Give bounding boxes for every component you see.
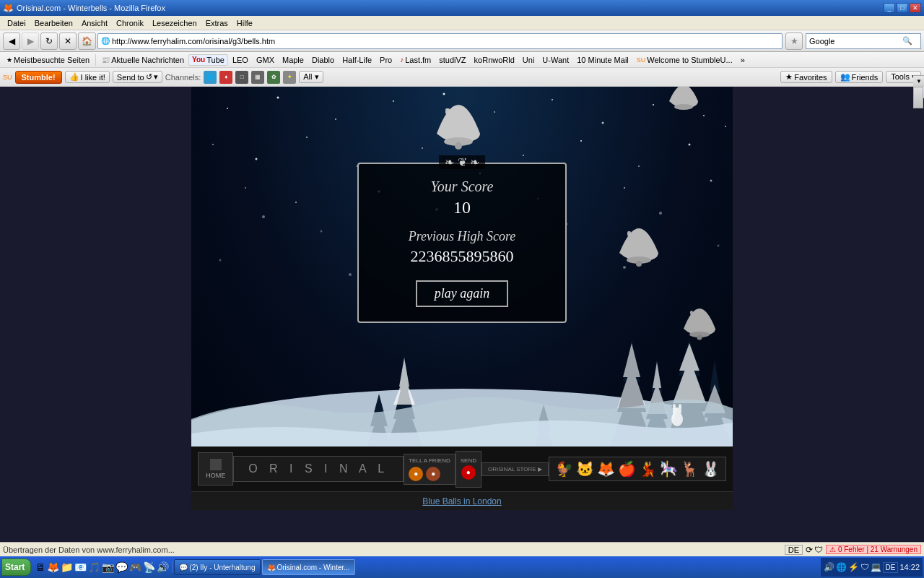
menu-hilfe[interactable]: Hilfe <box>232 17 257 29</box>
ilike-button[interactable]: 👍 I like it! <box>65 71 110 83</box>
channel-icon-5[interactable]: ✿ <box>267 71 280 84</box>
bookmark-gmx[interactable]: GMX <box>253 54 278 66</box>
ql-icon10[interactable]: 🔊 <box>157 561 169 573</box>
tray-icon-1[interactable]: 🔊 <box>824 562 834 572</box>
bookmark-diablo[interactable]: Diablo <box>308 54 338 66</box>
tray-icon-3[interactable]: ⚡ <box>848 562 859 572</box>
friends-button[interactable]: 👥 Friends <box>835 71 884 83</box>
ql-icon8[interactable]: 🎮 <box>129 561 141 573</box>
footer-logo: O R I S I N A L <box>233 456 404 482</box>
scroll-thumb[interactable] <box>913 87 923 108</box>
taskbar-btn-firefox[interactable]: 🦊 Orisinal.com - Winter... <box>262 559 355 575</box>
maximize-button[interactable]: □ <box>897 3 908 13</box>
bookmark-more[interactable]: » <box>737 54 749 66</box>
ql-icon5[interactable]: 🎵 <box>88 561 100 573</box>
char-icon-6[interactable]: 🎠 <box>660 460 678 478</box>
ql-ff[interactable]: 🦊 <box>47 561 59 573</box>
close-button[interactable]: ✕ <box>910 3 921 13</box>
bookmark-meistbesucht[interactable]: ★ Meistbesuchte Seiten <box>3 54 93 66</box>
menu-bearbeiten[interactable]: Bearbeiten <box>30 17 77 29</box>
char-icon-4[interactable]: 🍎 <box>618 460 636 478</box>
bookmark-halflife[interactable]: Half-Life <box>339 54 375 66</box>
search-box[interactable]: 🔍 <box>806 33 921 49</box>
channel-icon-2[interactable]: ♦ <box>219 71 232 84</box>
menu-lesezeichen[interactable]: Lesezeichen <box>148 17 201 29</box>
char-icon-5[interactable]: 💃 <box>639 460 657 478</box>
ql-icon6[interactable]: 📷 <box>102 561 114 573</box>
footer-store-button[interactable]: ORISINAL STORE ▶ <box>481 462 549 476</box>
address-bar[interactable]: 🌐 http://www.ferryhalim.com/orisinal/g3/… <box>97 33 783 49</box>
forward-button[interactable]: ▶ <box>22 33 39 50</box>
char-icon-2[interactable]: 🐱 <box>576 460 594 478</box>
footer-send-button[interactable]: SEND ● <box>456 451 481 488</box>
bookmark-tube[interactable]: You Tube <box>188 54 228 66</box>
refresh-icon: ↺ <box>146 72 152 82</box>
bookmark-uni[interactable]: Uni <box>519 54 539 66</box>
ql-icon3[interactable]: 📁 <box>61 561 73 573</box>
ql-icon9[interactable]: 📡 <box>143 561 155 573</box>
footer-home-button[interactable]: HOME <box>198 452 233 486</box>
channel-icon-4[interactable]: ▦ <box>251 71 264 84</box>
tray-icon-2[interactable]: 🌐 <box>836 562 847 572</box>
back-button[interactable]: ◀ <box>3 33 20 50</box>
score-value: 10 <box>373 198 551 217</box>
minimize-button[interactable]: _ <box>884 3 895 13</box>
ql-icon7[interactable]: 💬 <box>116 561 128 573</box>
char-icon-8[interactable]: 🐰 <box>702 460 720 478</box>
friends-icon: 👥 <box>840 72 850 82</box>
all-dropdown[interactable]: All ▾ <box>299 71 323 83</box>
channel-icon-1[interactable]: 🌐 <box>204 71 217 84</box>
search-go-button[interactable]: 🔍 <box>900 36 915 46</box>
sendto-button[interactable]: Send to ↺ ▾ <box>113 71 162 83</box>
play-again-button[interactable]: play again <box>416 280 509 307</box>
tray-icon-5[interactable]: 💻 <box>871 562 881 572</box>
taskbar-right: 🔊 🌐 ⚡ 🛡 💻 DE 14:22 <box>821 558 923 577</box>
bookmark-uwant[interactable]: U-Want <box>539 54 572 66</box>
menu-datei[interactable]: Datei <box>3 17 30 29</box>
menu-chronik[interactable]: Chronik <box>112 17 148 29</box>
bookmark-10minute[interactable]: 10 Minute Mail <box>573 54 632 66</box>
svg-point-19 <box>689 144 691 146</box>
bookmark-nachrichten[interactable]: 📰 Aktuelle Nachrichten <box>98 54 188 66</box>
ql-icon4[interactable]: 📧 <box>74 561 87 573</box>
channel-icon-3[interactable]: □ <box>235 71 248 84</box>
taskbar-btn-ily[interactable]: 💬 (2) Ily - Unterhaltung <box>174 559 260 575</box>
bookmark-pro[interactable]: Pro <box>376 54 396 66</box>
page-preview: Blue Balls in London <box>191 491 733 510</box>
footer-send-icon[interactable]: ● <box>461 465 476 480</box>
preview-link[interactable]: Blue Balls in London <box>422 496 501 506</box>
char-icon-7[interactable]: 🦌 <box>681 460 699 478</box>
language-button[interactable]: DE <box>883 562 899 573</box>
favorites-button[interactable]: ★ Favorites <box>780 71 832 83</box>
bookmark-maple[interactable]: Maple <box>279 54 308 66</box>
ql-ie[interactable]: 🖥 <box>35 561 45 573</box>
footer-icon-1[interactable]: ● <box>409 467 423 481</box>
search-input[interactable] <box>806 37 900 46</box>
bookmark-lastfm[interactable]: ♪ Last.fm <box>396 54 435 66</box>
bookmark-stumble[interactable]: SU Welcome to StumbleU... <box>633 54 736 66</box>
svg-marker-70 <box>679 343 699 371</box>
stumble-button[interactable]: Stumble! <box>15 71 62 84</box>
bell-right <box>619 228 658 267</box>
svg-marker-65 <box>653 362 661 388</box>
star-icon: ★ <box>785 72 793 82</box>
home-button[interactable]: 🏠 <box>78 33 96 50</box>
footer-tell-button[interactable]: TELL A FRIEND ● ● <box>404 454 456 485</box>
scroll-down-button[interactable]: ▼ <box>913 75 924 87</box>
bookmark-studivz[interactable]: studiVZ <box>435 54 469 66</box>
url-display: http://www.ferryhalim.com/orisinal/g3/be… <box>112 37 275 46</box>
refresh-button[interactable]: ↻ <box>40 33 58 50</box>
bookmark-star[interactable]: ★ <box>785 33 803 50</box>
bookmark-leo[interactable]: LEO <box>229 54 252 66</box>
menu-ansicht[interactable]: Ansicht <box>77 17 112 29</box>
bookmark-kornworld[interactable]: koRnwoRld <box>471 54 518 66</box>
footer-icon-2[interactable]: ● <box>426 467 440 481</box>
char-icon-3[interactable]: 🦊 <box>597 460 615 478</box>
tray-icon-4[interactable]: 🛡 <box>860 562 869 572</box>
start-button[interactable]: Start <box>1 558 31 576</box>
menu-extras[interactable]: Extras <box>201 17 232 29</box>
char-icon-1[interactable]: 🐓 <box>555 460 573 478</box>
channel-icon-star[interactable]: ✦ <box>283 71 296 84</box>
stop-button[interactable]: ✕ <box>59 33 77 50</box>
svg-point-3 <box>393 100 394 102</box>
